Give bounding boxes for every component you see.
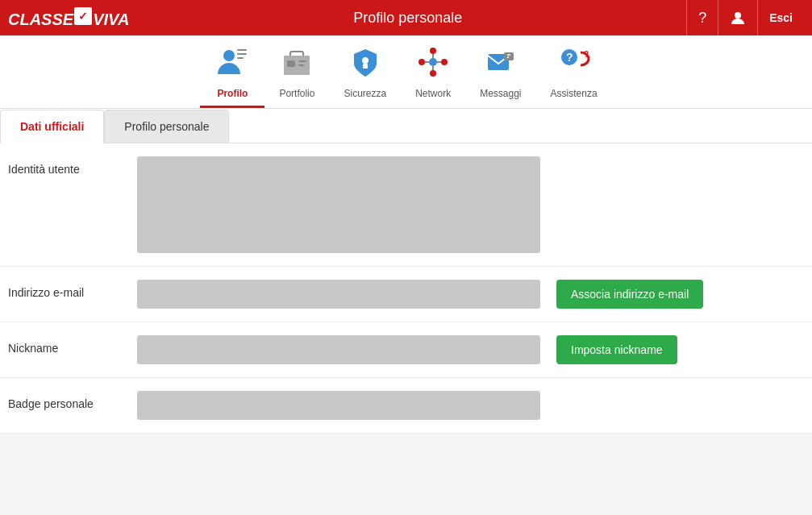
network-icon (417, 46, 449, 85)
row-indirizzo-email: Indirizzo e-mail Associa indirizzo e-mai… (0, 267, 812, 322)
svg-rect-4 (237, 57, 244, 59)
user-icon (730, 10, 746, 26)
nav-tab-profilo-label: Profilo (217, 88, 248, 99)
nav-tab-network[interactable]: Network (401, 42, 465, 108)
field-nickname (137, 335, 540, 364)
row-badge-personale: Badge personale (0, 378, 812, 434)
user-button[interactable] (718, 0, 757, 35)
portfolio-icon (281, 46, 313, 85)
field-indirizzo-email (137, 280, 540, 309)
nav-tab-profilo[interactable]: Profilo (200, 42, 264, 108)
svg-point-12 (429, 58, 437, 66)
sub-tab-profilo-personale[interactable]: Profilo personale (104, 110, 229, 143)
action-nickname: Imposta nickname (556, 335, 677, 364)
svg-rect-9 (298, 64, 304, 66)
label-nickname: Nickname (8, 335, 137, 355)
field-badge-personale (137, 391, 540, 420)
nav-tab-portfolio-label: Portfolio (279, 88, 314, 99)
row-nickname: Nickname Imposta nickname (0, 322, 812, 378)
svg-point-1 (223, 50, 235, 61)
nav-tab-assistenza[interactable]: ? ? Assistenza (536, 42, 612, 108)
placeholder-badge-personale (137, 391, 540, 420)
svg-text:?: ? (566, 51, 573, 64)
assistenza-icon: ? ? (558, 46, 590, 85)
svg-rect-3 (237, 53, 247, 55)
svg-text:?: ? (584, 50, 589, 59)
label-indirizzo-email: Indirizzo e-mail (8, 280, 137, 299)
nav-tab-messaggi-label: Messaggi (480, 88, 521, 99)
profilo-icon (216, 46, 248, 85)
svg-rect-2 (237, 49, 247, 51)
header-icons: ? Esci (686, 0, 804, 35)
svg-point-13 (418, 59, 425, 65)
label-badge-personale: Badge personale (8, 391, 137, 410)
field-identita-utente (137, 156, 540, 253)
help-button[interactable]: ? (686, 0, 718, 35)
svg-rect-7 (287, 60, 295, 67)
nav-tab-messaggi[interactable]: Messaggi (465, 42, 535, 108)
nav-tab-portfolio[interactable]: Portfolio (264, 42, 329, 108)
associa-email-button[interactable]: Associa indirizzo e-mail (556, 280, 703, 309)
svg-point-14 (441, 59, 448, 65)
svg-point-15 (430, 48, 436, 54)
svg-rect-22 (504, 52, 514, 60)
svg-point-10 (362, 57, 369, 64)
svg-point-0 (735, 12, 741, 19)
placeholder-identita-utente (137, 156, 540, 253)
sicurezza-icon (349, 46, 381, 85)
label-identita-utente: Identità utente (8, 156, 137, 176)
placeholder-indirizzo-email (137, 280, 540, 309)
svg-point-16 (430, 70, 436, 77)
logo-check-icon (74, 7, 92, 25)
placeholder-nickname (137, 335, 540, 364)
header-title: Profilo personale (129, 10, 686, 27)
sub-tab-dati-ufficiali[interactable]: Dati ufficiali (0, 110, 104, 143)
action-indirizzo-email: Associa indirizzo e-mail (556, 280, 703, 309)
logo: CLASSEVIVA (8, 7, 129, 29)
content-area: Identità utente Indirizzo e-mail Associa… (0, 143, 812, 434)
exit-button[interactable]: Esci (757, 0, 804, 35)
nav-tabs: Profilo Portfolio Sicurezza (0, 35, 812, 109)
nav-tab-assistenza-label: Assistenza (551, 88, 598, 99)
sub-tabs: Dati ufficiali Profilo personale (0, 109, 812, 143)
imposta-nickname-button[interactable]: Imposta nickname (556, 335, 677, 364)
row-identita-utente: Identità utente (0, 143, 812, 267)
header: CLASSEVIVA Profilo personale ? Esci (0, 0, 812, 35)
nav-tab-network-label: Network (415, 88, 451, 99)
svg-rect-11 (363, 64, 368, 69)
nav-tab-sicurezza-label: Sicurezza (344, 88, 386, 99)
messaggi-icon (485, 46, 517, 85)
svg-rect-8 (298, 60, 306, 62)
nav-tab-sicurezza[interactable]: Sicurezza (329, 42, 401, 108)
